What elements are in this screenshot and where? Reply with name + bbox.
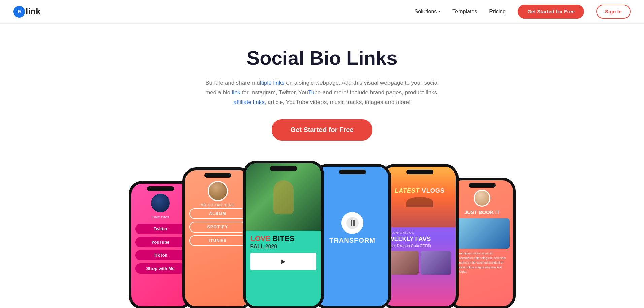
phone-3: LOVE BITES FALL 2020 ▶ bbox=[243, 161, 324, 308]
svg-rect-1 bbox=[351, 220, 352, 226]
phone-6: JUST BOOK IT Lorem ipsum dolor sit amet,… bbox=[448, 178, 516, 308]
sign-in-button[interactable]: Sign In bbox=[596, 5, 631, 19]
phone-2-sub-name: MR GUITAR HERO bbox=[201, 203, 235, 207]
phone-1-tiktok-btn[interactable]: TikTok bbox=[135, 250, 186, 260]
phone-5-weekly: WEEKLY FAVS bbox=[388, 236, 451, 243]
logo-circle: e bbox=[13, 6, 25, 18]
phone-6-avatar bbox=[474, 190, 490, 207]
nav-solutions[interactable]: Solutions ▾ bbox=[414, 9, 440, 15]
get-started-nav-button[interactable]: Get Started for Free bbox=[518, 5, 584, 19]
phone-2-album-btn[interactable]: ALBUM bbox=[189, 208, 246, 219]
phone-5: LATEST VLOGS FASHIONICON WEEKLY FAVS Uss… bbox=[381, 164, 459, 308]
phone-1-avatar bbox=[151, 194, 170, 212]
phone-2-itunes-btn[interactable]: ITUNES bbox=[189, 235, 246, 246]
phone-4-circle bbox=[341, 212, 363, 234]
phone-6-title: JUST BOOK IT bbox=[454, 209, 510, 215]
nav-templates[interactable]: Templates bbox=[452, 9, 477, 15]
hero-title: Social Bio Links bbox=[7, 47, 637, 69]
phones-section: Love Bites Twitter YouTube TikTok Shop w… bbox=[0, 161, 644, 308]
phone-6-lorem: Lorem ipsum dolor sit amet, consectetuer… bbox=[454, 251, 510, 274]
hero-section: Social Bio Links Bundle and share multip… bbox=[0, 24, 644, 161]
logo[interactable]: e link bbox=[13, 6, 41, 18]
phone-2-spotify-btn[interactable]: SPOTIFY bbox=[189, 222, 246, 233]
phone-4: TRANSFORM bbox=[314, 164, 391, 308]
phone-1-shop-btn[interactable]: Shop with Me bbox=[135, 263, 186, 274]
phone-1-name: Love Bites bbox=[152, 215, 169, 219]
phone-2: MR GUITAR HERO ALBUM SPOTIFY ITUNES bbox=[182, 167, 253, 308]
main-nav: Solutions ▾ Templates Pricing Get Starte… bbox=[414, 5, 631, 19]
phone-2-avatar bbox=[208, 181, 228, 201]
header: e link Solutions ▾ Templates Pricing Get… bbox=[0, 0, 644, 24]
logo-text: link bbox=[26, 6, 41, 17]
phone-1-twitter-btn[interactable]: Twitter bbox=[135, 224, 186, 234]
phone-3-love-bites-title: LOVE BITES bbox=[250, 234, 316, 243]
latest-vlogs-label: LATEST VLOGS bbox=[395, 187, 445, 194]
phone-3-bar[interactable]: ▶ bbox=[250, 253, 316, 270]
hero-description: Bundle and share multiple links on a sin… bbox=[201, 78, 443, 107]
phone-5-pic-1 bbox=[388, 251, 419, 275]
get-started-hero-button[interactable]: Get Started for Free bbox=[272, 119, 373, 141]
phone-5-fashionicon: FASHIONICON bbox=[388, 231, 451, 234]
phone-5-discount: Usse Discount Code GEE50 bbox=[388, 244, 451, 248]
chevron-down-icon: ▾ bbox=[438, 9, 440, 14]
phone-1-youtube-btn[interactable]: YouTube bbox=[135, 237, 186, 247]
phone-6-pic bbox=[454, 218, 510, 249]
nav-pricing[interactable]: Pricing bbox=[489, 9, 506, 15]
phone-5-pic-2 bbox=[421, 251, 451, 275]
svg-rect-2 bbox=[353, 220, 355, 226]
phone-4-transform-label: TRANSFORM bbox=[329, 237, 375, 244]
phone-3-fall: FALL 2020 bbox=[250, 244, 316, 250]
